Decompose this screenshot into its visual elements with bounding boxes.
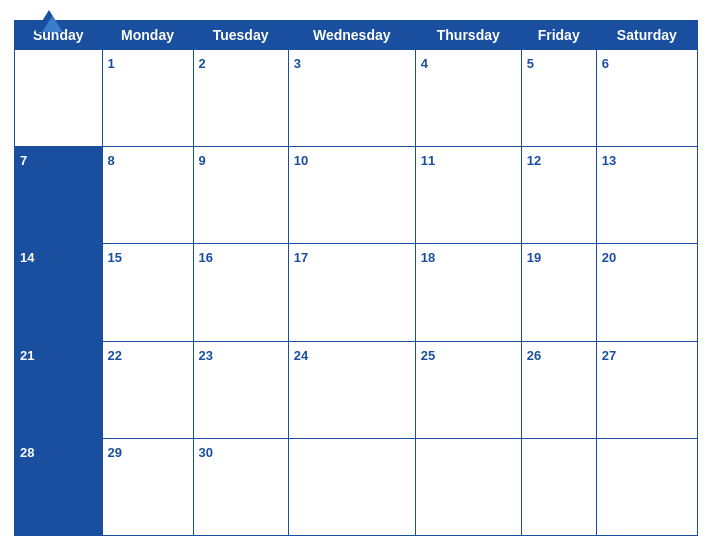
weekday-header: Saturday <box>596 21 697 50</box>
weekday-header: Thursday <box>415 21 521 50</box>
day-number: 23 <box>199 348 213 363</box>
calendar-day-cell: 5 <box>521 50 596 147</box>
calendar-day-cell: 17 <box>288 244 415 341</box>
calendar-day-cell <box>415 438 521 535</box>
calendar-day-cell: 8 <box>102 147 193 244</box>
logo-icon <box>35 10 63 32</box>
calendar-day-cell: 30 <box>193 438 288 535</box>
calendar-day-cell: 25 <box>415 341 521 438</box>
calendar-day-cell: 27 <box>596 341 697 438</box>
day-number: 22 <box>108 348 122 363</box>
calendar-day-cell: 13 <box>596 147 697 244</box>
calendar-container: SundayMondayTuesdayWednesdayThursdayFrid… <box>0 0 712 550</box>
day-number: 5 <box>527 56 534 71</box>
day-number: 10 <box>294 153 308 168</box>
calendar-day-cell: 20 <box>596 244 697 341</box>
calendar-day-cell: 26 <box>521 341 596 438</box>
calendar-day-cell: 29 <box>102 438 193 535</box>
day-number: 20 <box>602 250 616 265</box>
day-number: 9 <box>199 153 206 168</box>
day-number: 6 <box>602 56 609 71</box>
calendar-day-cell: 10 <box>288 147 415 244</box>
calendar-day-cell: 3 <box>288 50 415 147</box>
day-number: 25 <box>421 348 435 363</box>
calendar-day-cell: 19 <box>521 244 596 341</box>
calendar-day-cell: 21 <box>15 341 103 438</box>
calendar-day-cell <box>288 438 415 535</box>
calendar-day-cell <box>596 438 697 535</box>
day-number: 3 <box>294 56 301 71</box>
calendar-day-cell: 28 <box>15 438 103 535</box>
calendar-table: SundayMondayTuesdayWednesdayThursdayFrid… <box>14 20 698 536</box>
calendar-week-row: 21222324252627 <box>15 341 698 438</box>
calendar-day-cell <box>15 50 103 147</box>
calendar-day-cell: 14 <box>15 244 103 341</box>
day-number: 27 <box>602 348 616 363</box>
calendar-day-cell: 2 <box>193 50 288 147</box>
calendar-day-cell: 24 <box>288 341 415 438</box>
calendar-header <box>14 10 698 16</box>
day-number: 30 <box>199 445 213 460</box>
calendar-day-cell: 1 <box>102 50 193 147</box>
day-number: 19 <box>527 250 541 265</box>
day-number: 2 <box>199 56 206 71</box>
day-number: 1 <box>108 56 115 71</box>
day-number: 29 <box>108 445 122 460</box>
day-number: 17 <box>294 250 308 265</box>
calendar-day-cell <box>521 438 596 535</box>
calendar-day-cell: 18 <box>415 244 521 341</box>
weekday-header: Friday <box>521 21 596 50</box>
day-number: 18 <box>421 250 435 265</box>
weekday-header-row: SundayMondayTuesdayWednesdayThursdayFrid… <box>15 21 698 50</box>
logo <box>14 10 84 33</box>
calendar-week-row: 123456 <box>15 50 698 147</box>
calendar-day-cell: 6 <box>596 50 697 147</box>
calendar-day-cell: 23 <box>193 341 288 438</box>
calendar-day-cell: 7 <box>15 147 103 244</box>
weekday-header: Wednesday <box>288 21 415 50</box>
day-number: 24 <box>294 348 308 363</box>
day-number: 7 <box>20 153 27 168</box>
day-number: 8 <box>108 153 115 168</box>
calendar-day-cell: 15 <box>102 244 193 341</box>
weekday-header: Tuesday <box>193 21 288 50</box>
day-number: 11 <box>421 153 435 168</box>
calendar-day-cell: 16 <box>193 244 288 341</box>
day-number: 15 <box>108 250 122 265</box>
calendar-week-row: 78910111213 <box>15 147 698 244</box>
calendar-week-row: 14151617181920 <box>15 244 698 341</box>
calendar-day-cell: 11 <box>415 147 521 244</box>
day-number: 21 <box>20 348 34 363</box>
calendar-week-row: 282930 <box>15 438 698 535</box>
weekday-header: Monday <box>102 21 193 50</box>
day-number: 4 <box>421 56 428 71</box>
day-number: 16 <box>199 250 213 265</box>
day-number: 14 <box>20 250 34 265</box>
day-number: 26 <box>527 348 541 363</box>
day-number: 12 <box>527 153 541 168</box>
day-number: 28 <box>20 445 34 460</box>
day-number: 13 <box>602 153 616 168</box>
calendar-day-cell: 4 <box>415 50 521 147</box>
calendar-day-cell: 9 <box>193 147 288 244</box>
calendar-day-cell: 12 <box>521 147 596 244</box>
calendar-day-cell: 22 <box>102 341 193 438</box>
